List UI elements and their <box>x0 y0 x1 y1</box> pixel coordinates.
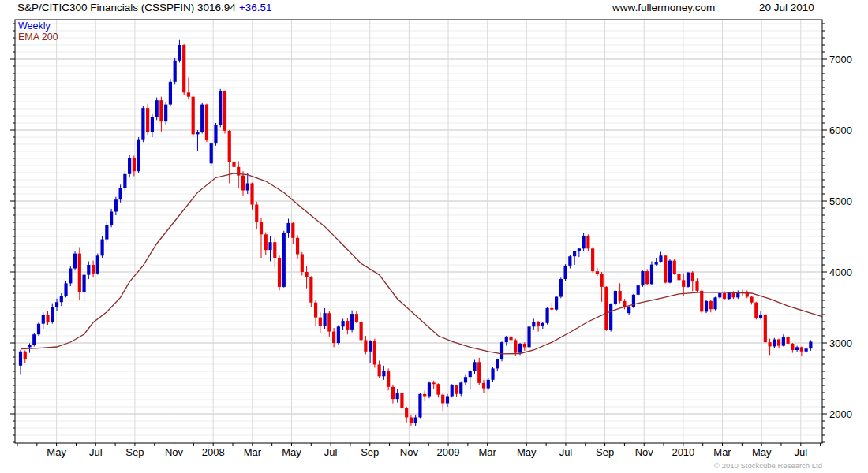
candle-body-down <box>441 395 444 404</box>
x-tick-label: Nov <box>635 446 654 458</box>
candle-body-down <box>477 362 481 383</box>
candle-body-down <box>364 340 367 351</box>
candle-body-down <box>682 280 685 287</box>
candle-body-up <box>491 368 494 379</box>
y-tick-label: 5000 <box>829 196 852 207</box>
candle-body-down <box>78 254 81 292</box>
candle-body-up <box>60 296 63 302</box>
site-url: www.fullermoney.com <box>612 2 715 13</box>
x-tick-label: Jul <box>794 446 807 458</box>
candle-body-up <box>214 125 217 143</box>
candle-body-up <box>500 342 503 359</box>
candle-body-up <box>614 291 617 304</box>
plot-border <box>15 20 822 443</box>
x-tick-label: May <box>517 446 537 458</box>
candle-body-up <box>100 240 103 256</box>
candle-body-down <box>523 344 526 348</box>
candle-body-up <box>96 255 99 274</box>
candle-body-down <box>709 301 713 309</box>
candle-body-up <box>573 251 576 256</box>
candle-body-up <box>137 140 140 172</box>
x-tick-label: Sep <box>596 446 614 458</box>
y-tick-label: 4000 <box>829 266 852 278</box>
candle-body-up <box>51 307 54 322</box>
candle-body-down <box>695 281 698 291</box>
candle-body-up <box>718 293 721 297</box>
candle-body-up <box>728 292 731 299</box>
candle-body-down <box>327 313 331 331</box>
candle-body-down <box>46 315 49 322</box>
candle-body-up <box>19 352 22 366</box>
legend-ema: EMA 200 <box>18 32 58 43</box>
candle-body-down <box>537 322 540 326</box>
candle-body-down <box>146 108 149 132</box>
candle-body-down <box>455 385 458 394</box>
candle-body-down <box>436 384 440 395</box>
candle-body-down <box>764 315 767 342</box>
candle-body-down <box>232 162 235 167</box>
candle-body-down <box>250 184 253 205</box>
candle-body-down <box>619 291 622 301</box>
candle-body-up <box>64 283 67 296</box>
x-tick-label: Jul <box>559 446 573 458</box>
candle-body-down <box>255 205 258 223</box>
candle-body-up <box>268 242 271 250</box>
candle-body-down <box>305 272 308 277</box>
candle-body-down <box>596 271 599 274</box>
candle-body-up <box>246 184 249 191</box>
x-tick-label: 2009 <box>437 446 460 458</box>
candle-body-up <box>282 233 286 287</box>
candle-body-down <box>677 274 680 280</box>
candle-body-down <box>750 297 753 303</box>
candle-body-down <box>187 92 190 96</box>
candle-body-up <box>418 394 421 418</box>
candle-body-up <box>568 256 571 266</box>
candle-body-up <box>382 371 385 376</box>
candle-body-up <box>795 347 799 350</box>
candle-body-up <box>174 61 177 82</box>
candle-body-down <box>664 255 667 282</box>
candle-body-down <box>314 303 317 318</box>
candle-body-down <box>309 277 312 302</box>
candle-body-up <box>342 321 345 326</box>
candle-body-down <box>133 158 136 171</box>
candle-body-down <box>423 394 426 397</box>
candle-body-up <box>627 307 630 314</box>
candle-body-down <box>509 337 512 341</box>
candle-body-up <box>37 324 40 335</box>
price-change: +36.51 <box>239 2 272 13</box>
x-tick-label: 2010 <box>672 446 694 458</box>
candle-body-down <box>296 238 299 255</box>
candle-body-down <box>405 408 408 418</box>
candle-body-up <box>169 82 172 105</box>
candle-body-up <box>532 322 535 326</box>
page-title: S&P/CITIC300 Financials (CSSPFIN) 3016.9… <box>17 2 272 13</box>
candle-body-down <box>264 234 268 250</box>
candle-body-down <box>241 176 245 191</box>
candle-body-up <box>578 248 581 251</box>
candle-body-up <box>55 302 58 307</box>
candle-body-up <box>713 297 716 309</box>
candle-body-up <box>473 362 476 371</box>
candle-body-down <box>205 105 208 140</box>
candle-body-down <box>319 318 322 326</box>
candle-body-down <box>278 258 281 287</box>
chart-date: 20 Jul 2010 <box>759 2 814 13</box>
candle-body-up <box>451 385 454 397</box>
candle-body-up <box>110 212 113 225</box>
candle-body-down <box>623 301 626 307</box>
candle-body-up <box>28 345 31 348</box>
candle-body-up <box>545 308 548 323</box>
candle-body-up <box>464 377 467 382</box>
candle-body-down <box>754 303 758 318</box>
candle-body-up <box>469 371 472 377</box>
candle-body-down <box>159 100 163 121</box>
candle-body-down <box>604 287 608 330</box>
candle-body-up <box>196 132 199 134</box>
copyright: © 2010 Stockcube Research Ltd <box>714 461 822 470</box>
candle-body-down <box>373 341 376 365</box>
candle-body-down <box>223 91 226 131</box>
candle-body-up <box>650 265 653 285</box>
candle-body-up <box>759 315 762 318</box>
candle-body-up <box>219 91 222 125</box>
